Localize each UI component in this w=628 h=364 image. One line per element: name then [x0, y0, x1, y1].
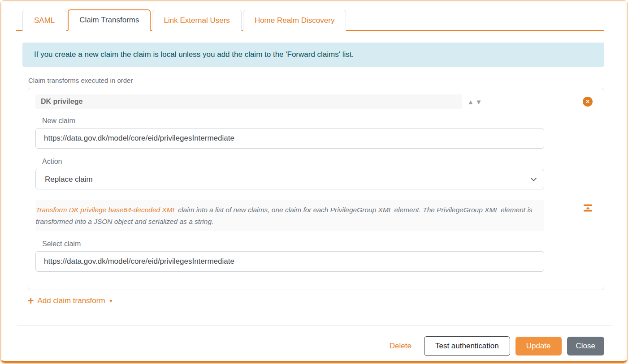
modal-frame: SAML Claim Transforms Link External User… — [0, 0, 628, 364]
transform-description: Transform DK privilege base64-decoded XM… — [35, 200, 544, 231]
transform-description-link[interactable]: Transform DK privilege base64-decoded XM… — [36, 206, 176, 214]
move-down-icon[interactable]: ▼ — [475, 98, 482, 105]
select-claim-input[interactable] — [35, 251, 544, 272]
transform-header: DK privilege ▲ ▼ ✕ — [35, 94, 597, 109]
info-banner: If you create a new claim the claim is l… — [22, 43, 604, 67]
collapse-icon — [583, 207, 593, 214]
section-label: Claim transforms executed in order — [28, 77, 604, 84]
info-banner-text: If you create a new claim the claim is l… — [34, 50, 354, 59]
update-button[interactable]: Update — [515, 337, 562, 355]
footer-actions: Delete Test authentication Update Close — [16, 325, 604, 356]
tab-claim-transforms[interactable]: Claim Transforms — [68, 9, 151, 31]
collapse-transform-button[interactable] — [583, 204, 593, 212]
action-label: Action — [42, 158, 597, 166]
reorder-controls: ▲ ▼ — [468, 98, 482, 105]
move-up-icon[interactable]: ▲ — [468, 98, 474, 105]
tab-saml[interactable]: SAML — [22, 10, 66, 31]
close-button[interactable]: Close — [567, 337, 604, 355]
modal-content: SAML Claim Transforms Link External User… — [1, 1, 627, 363]
transform-title: DK privilege — [35, 94, 462, 109]
caret-down-icon: ▾ — [110, 298, 113, 304]
tab-bar: SAML Claim Transforms Link External User… — [16, 9, 604, 31]
close-icon: ✕ — [585, 98, 590, 105]
test-authentication-button[interactable]: Test authentication — [424, 336, 510, 356]
transform-description-row: Transform DK privilege base64-decoded XM… — [35, 200, 597, 231]
new-claim-input[interactable] — [35, 128, 544, 149]
action-select-wrap: Replace claim — [35, 169, 544, 189]
plus-icon: + — [28, 297, 34, 305]
select-claim-label: Select claim — [42, 240, 597, 248]
tab-link-external-users[interactable]: Link External Users — [152, 10, 241, 31]
tab-home-realm-discovery[interactable]: Home Realm Discovery — [243, 10, 346, 31]
delete-button[interactable]: Delete — [390, 342, 411, 351]
add-claim-transform-button[interactable]: + Add claim transform ▾ — [28, 296, 113, 305]
add-claim-transform-label: Add claim transform — [37, 296, 105, 305]
claim-transform-card: DK privilege ▲ ▼ ✕ New claim Action Repl… — [28, 88, 604, 290]
action-select[interactable]: Replace claim — [35, 169, 544, 189]
remove-transform-button[interactable]: ✕ — [583, 97, 593, 107]
new-claim-label: New claim — [42, 117, 597, 125]
